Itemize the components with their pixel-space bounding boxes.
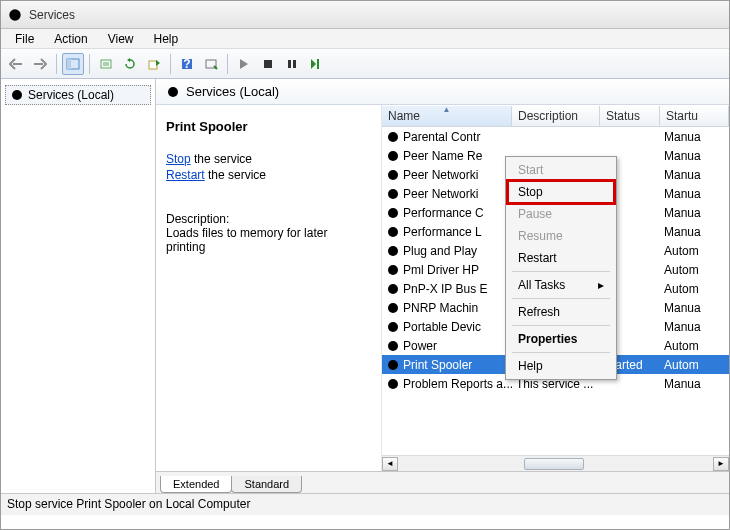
row-startup: Manua (660, 301, 729, 315)
scroll-thumb[interactable] (524, 458, 584, 470)
row-startup: Manua (660, 168, 729, 182)
menu-view[interactable]: View (98, 30, 144, 48)
pause-service-button[interactable] (281, 53, 303, 75)
right-pane: Services (Local) Print Spooler Stop the … (156, 79, 729, 493)
gear-icon (386, 206, 400, 220)
ctx-stop[interactable]: Stop (508, 181, 614, 203)
row-name: Performance L (403, 225, 482, 239)
divider (512, 325, 610, 326)
divider (512, 271, 610, 272)
divider (512, 352, 610, 353)
restart-link[interactable]: Restart (166, 168, 205, 182)
separator (56, 54, 57, 74)
separator (170, 54, 171, 74)
stop-service-button[interactable] (257, 53, 279, 75)
gear-icon (386, 130, 400, 144)
sort-asc-icon: ▲ (443, 105, 451, 114)
row-name: Peer Networki (403, 168, 478, 182)
separator (89, 54, 90, 74)
ctx-help[interactable]: Help (508, 355, 614, 377)
svg-rect-7 (149, 61, 157, 69)
gear-icon (386, 149, 400, 163)
stop-suffix: the service (191, 152, 252, 166)
ctx-refresh[interactable]: Refresh (508, 301, 614, 323)
stop-link[interactable]: Stop (166, 152, 191, 166)
row-name: Problem Reports a... (403, 377, 512, 391)
gear-icon (386, 168, 400, 182)
svg-text:?: ? (183, 57, 190, 71)
context-menu: Start Stop Pause Resume Restart All Task… (505, 156, 617, 380)
menu-help[interactable]: Help (144, 30, 189, 48)
stop-line: Stop the service (166, 152, 369, 166)
row-startup: Autom (660, 282, 729, 296)
gear-icon (386, 282, 400, 296)
menu-file[interactable]: File (5, 30, 44, 48)
window-title: Services (29, 8, 75, 22)
col-startup[interactable]: Startu (660, 106, 729, 126)
refresh-button[interactable] (119, 53, 141, 75)
col-name[interactable]: ▲Name (382, 106, 512, 126)
col-status[interactable]: Status (600, 106, 660, 126)
description-label: Description: (166, 212, 369, 226)
ctx-all-tasks[interactable]: All Tasks▸ (508, 274, 614, 296)
tab-standard[interactable]: Standard (231, 476, 302, 493)
tree-pane: Services (Local) (1, 79, 156, 493)
restart-service-button[interactable] (305, 53, 327, 75)
menu-bar: File Action View Help (1, 29, 729, 49)
svg-rect-14 (317, 59, 319, 69)
toolbar: ? (1, 49, 729, 79)
col-description[interactable]: Description (512, 106, 600, 126)
properties-button[interactable] (95, 53, 117, 75)
gear-icon (386, 187, 400, 201)
ctx-resume[interactable]: Resume (508, 225, 614, 247)
table-row[interactable]: Parental ContrManua (382, 127, 729, 146)
row-name: Peer Name Re (403, 149, 482, 163)
divider (512, 298, 610, 299)
restart-suffix: the service (205, 168, 266, 182)
help-button[interactable]: ? (176, 53, 198, 75)
nav-back-button[interactable] (5, 53, 27, 75)
panel-title: Services (Local) (186, 84, 279, 99)
ctx-start[interactable]: Start (508, 159, 614, 181)
gear-icon (386, 301, 400, 315)
scroll-left-arrow[interactable]: ◄ (382, 457, 398, 471)
row-name: Plug and Play (403, 244, 477, 258)
row-startup: Autom (660, 263, 729, 277)
horizontal-scrollbar[interactable]: ◄ ► (382, 455, 729, 471)
gear-icon (10, 88, 24, 102)
ctx-pause[interactable]: Pause (508, 203, 614, 225)
tree-item-services-local[interactable]: Services (Local) (5, 85, 151, 105)
scroll-right-arrow[interactable]: ► (713, 457, 729, 471)
show-tree-button[interactable] (62, 53, 84, 75)
scroll-track[interactable] (398, 457, 713, 471)
row-startup: Manua (660, 377, 729, 391)
tab-extended[interactable]: Extended (160, 476, 232, 493)
svg-rect-3 (67, 59, 71, 69)
restart-line: Restart the service (166, 168, 369, 182)
gear-icon (386, 377, 400, 391)
ctx-restart[interactable]: Restart (508, 247, 614, 269)
menu-action[interactable]: Action (44, 30, 97, 48)
row-startup: Manua (660, 225, 729, 239)
row-name: Portable Devic (403, 320, 481, 334)
main-area: Services (Local) Services (Local) Print … (1, 79, 729, 493)
row-startup: Manua (660, 187, 729, 201)
description-text: Loads files to memory for later printing (166, 226, 369, 254)
gear-icon (386, 263, 400, 277)
row-startup: Autom (660, 339, 729, 353)
gear-icon (386, 244, 400, 258)
row-startup: Autom (660, 244, 729, 258)
export-button[interactable] (143, 53, 165, 75)
view-button[interactable] (200, 53, 222, 75)
status-bar: Stop service Print Spooler on Local Comp… (1, 493, 729, 515)
row-startup: Manua (660, 320, 729, 334)
row-name: Print Spooler (403, 358, 472, 372)
start-service-button[interactable] (233, 53, 255, 75)
row-name: Power (403, 339, 437, 353)
nav-forward-button[interactable] (29, 53, 51, 75)
row-startup: Manua (660, 130, 729, 144)
ctx-properties[interactable]: Properties (508, 328, 614, 350)
view-tabs: Extended Standard (156, 471, 729, 493)
svg-rect-12 (288, 60, 291, 68)
gear-icon (386, 358, 400, 372)
